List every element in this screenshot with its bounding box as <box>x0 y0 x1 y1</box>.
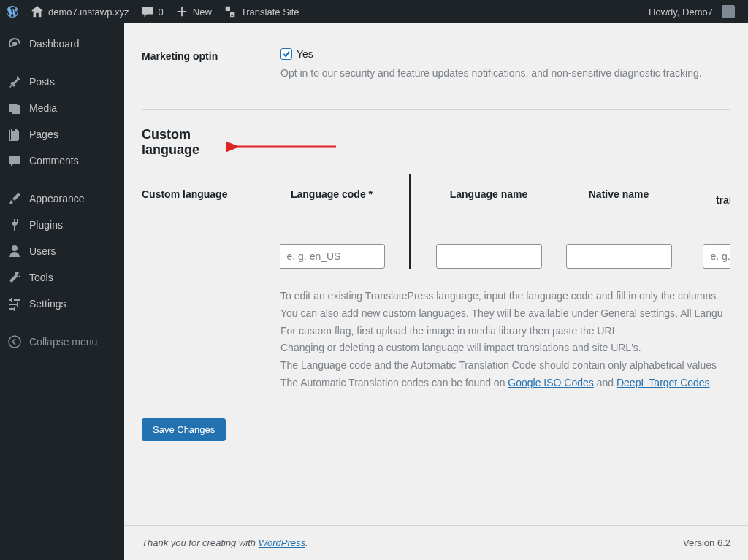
col-auto-code: Automatic translation code <box>697 174 730 269</box>
sidebar-item-label: Posts <box>29 76 55 88</box>
sidebar-item-label: Collapse menu <box>29 336 97 348</box>
th-auto-code: Automatic translation code <box>708 174 730 215</box>
plug-icon <box>7 218 22 232</box>
sidebar-item-label: Appearance <box>29 193 85 204</box>
brush-icon <box>7 191 22 206</box>
language-name-input[interactable] <box>436 244 542 269</box>
comments-link[interactable]: 0 <box>135 0 169 23</box>
user-icon <box>7 244 22 258</box>
auto-translation-code-input[interactable] <box>703 244 731 269</box>
sidebar-item-users[interactable]: Users <box>0 238 124 264</box>
info-line: . <box>710 377 713 388</box>
pin-icon <box>7 74 22 89</box>
checkmark-icon <box>282 50 291 58</box>
wordpress-icon <box>6 5 19 18</box>
comments-count: 0 <box>159 7 164 18</box>
site-home-link[interactable]: demo7.instawp.xyz <box>25 0 135 23</box>
col-native-name: Native name <box>567 174 671 269</box>
pages-icon <box>7 127 22 142</box>
wrench-icon <box>7 270 22 285</box>
plus-icon <box>175 5 188 18</box>
translate-label: Translate Site <box>241 7 299 18</box>
info-line: The Language code and the Automatic Tran… <box>280 359 717 371</box>
annotation-arrow-icon <box>226 136 336 158</box>
sidebar-item-label: Plugins <box>29 219 63 231</box>
sliders-icon <box>7 296 22 311</box>
sidebar-collapse[interactable]: Collapse menu <box>0 329 124 355</box>
optin-desc: Opt in to our security and feature updat… <box>280 66 730 81</box>
optin-yes-text: Yes <box>297 48 313 60</box>
col-language-name: Language name <box>437 174 541 269</box>
home-icon <box>31 5 44 18</box>
th-language-name: Language name <box>450 174 528 215</box>
info-line: To edit an existing TranslatePress langu… <box>280 290 716 302</box>
sidebar-item-tools[interactable]: Tools <box>0 264 124 291</box>
info-line: You can also add new custom languages. T… <box>280 307 723 319</box>
native-name-input[interactable] <box>566 244 672 269</box>
custom-language-table: Custom language Language code * Language… <box>142 174 730 269</box>
custom-language-table-label: Custom language <box>142 174 280 269</box>
save-changes-button[interactable]: Save Changes <box>142 418 226 441</box>
sidebar-item-pages[interactable]: Pages <box>0 121 124 147</box>
new-content-link[interactable]: New <box>169 0 218 23</box>
marketing-optin-row: Marketing optin Yes Opt in to our securi… <box>142 38 730 91</box>
col-language-code: Language code * <box>280 174 411 269</box>
sidebar-item-plugins[interactable]: Plugins <box>0 212 124 238</box>
content-area: Marketing optin Yes Opt in to our securi… <box>124 23 748 560</box>
wordpress-link[interactable]: WordPress <box>259 537 305 548</box>
dashboard-icon <box>7 37 22 51</box>
sidebar-item-label: Comments <box>29 155 79 166</box>
custom-language-help-text: To edit an existing TranslatePress langu… <box>280 288 730 392</box>
translate-site-link[interactable]: Translate Site <box>218 0 305 23</box>
sidebar-item-appearance[interactable]: Appearance <box>0 185 124 212</box>
sidebar-item-label: Users <box>29 245 56 257</box>
info-line: and <box>594 377 617 388</box>
media-icon <box>7 101 22 115</box>
wp-version: Version 6.2 <box>683 537 730 548</box>
sidebar-item-label: Media <box>29 102 57 114</box>
sidebar-item-comments[interactable]: Comments <box>0 147 124 174</box>
optin-checkbox[interactable] <box>280 48 292 60</box>
user-account-link[interactable]: Howdy, Demo7 <box>643 0 741 23</box>
sidebar-item-media[interactable]: Media <box>0 95 124 121</box>
sidebar-item-label: Dashboard <box>29 38 80 50</box>
sidebar-item-label: Settings <box>29 298 66 310</box>
new-label: New <box>193 7 212 18</box>
th-language-code: Language code * <box>291 174 373 215</box>
wp-logo[interactable] <box>0 0 25 23</box>
footer-text: Thank you for creating with <box>142 537 259 548</box>
howdy-text: Howdy, Demo7 <box>649 7 713 18</box>
admin-top-bar: demo7.instawp.xyz 0 New Translate Site H… <box>0 0 748 23</box>
sidebar-item-posts[interactable]: Posts <box>0 69 124 95</box>
section-divider <box>142 109 730 110</box>
info-line: Changing or deleting a custom language w… <box>280 342 641 353</box>
google-iso-codes-link[interactable]: Google ISO Codes <box>508 377 594 388</box>
collapse-icon <box>7 334 22 349</box>
chat-icon <box>7 153 22 168</box>
comment-icon <box>141 5 154 18</box>
info-line: For custom flag, first upload the image … <box>280 325 620 337</box>
user-avatar <box>722 5 735 18</box>
svg-point-0 <box>9 336 20 348</box>
th-native-name: Native name <box>589 174 649 215</box>
sidebar-item-label: Tools <box>29 272 53 283</box>
info-line: The Automatic Translation codes can be f… <box>280 377 508 388</box>
optin-checkbox-label[interactable]: Yes <box>280 48 730 60</box>
admin-footer: Thank you for creating with WordPress. V… <box>124 525 748 560</box>
optin-label: Marketing optin <box>142 48 280 62</box>
deepl-target-codes-link[interactable]: DeepL Target Codes <box>617 377 710 388</box>
language-code-input[interactable] <box>280 244 385 269</box>
site-title-text: demo7.instawp.xyz <box>48 7 129 18</box>
sidebar-item-label: Pages <box>29 129 58 140</box>
footer-text: . <box>305 537 308 548</box>
translate-icon <box>224 5 237 18</box>
sidebar-item-settings[interactable]: Settings <box>0 291 124 317</box>
sidebar-item-dashboard[interactable]: Dashboard <box>0 31 124 57</box>
admin-sidebar: Dashboard Posts Media Pages Comments App… <box>0 23 124 560</box>
